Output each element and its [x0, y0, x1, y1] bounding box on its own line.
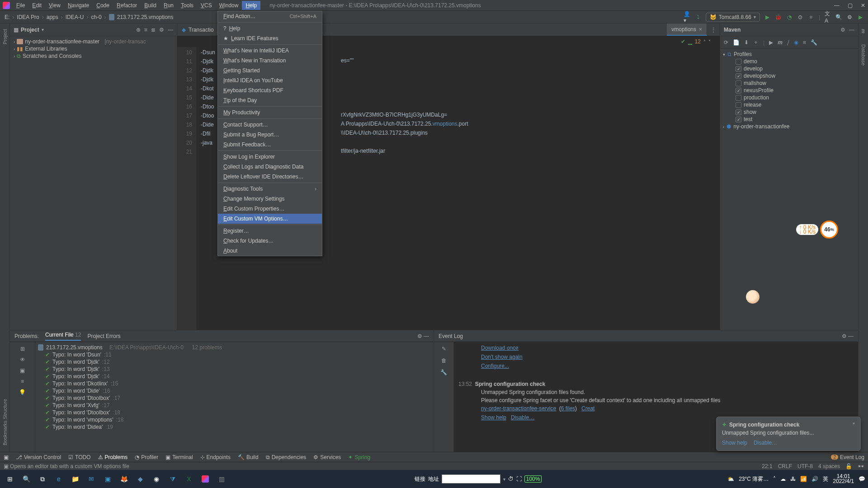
profile-release[interactable]: release: [723, 101, 855, 108]
app2-icon[interactable]: ◆: [133, 472, 147, 486]
collapse-icon[interactable]: ≡: [803, 39, 806, 46]
indent[interactable]: 4 spaces: [818, 463, 840, 469]
vscode-icon[interactable]: ⧩: [165, 472, 180, 486]
gear-icon[interactable]: ⚙ —: [417, 333, 429, 339]
tw-endpoints[interactable]: ⊹ Endpoints: [200, 454, 231, 460]
help-item[interactable]: About: [218, 246, 322, 256]
menu-tools[interactable]: Tools: [177, 1, 197, 10]
wrench-icon[interactable]: 🔧: [440, 369, 447, 375]
problem-item[interactable]: ✔Typo: In word 'Dtoolbox' :17: [38, 394, 431, 402]
search-icon[interactable]: 🔍: [835, 14, 842, 20]
close-icon[interactable]: ✕: [861, 2, 865, 9]
run-button[interactable]: ▶: [764, 14, 771, 20]
tw-profiler[interactable]: ◔ Profiler: [135, 454, 158, 460]
app-icon[interactable]: ▣: [100, 472, 115, 486]
profile-nexusProfile[interactable]: nexusProfile: [723, 87, 855, 94]
checkbox[interactable]: [736, 73, 741, 79]
database-tool-button[interactable]: Database: [861, 42, 866, 68]
problem-item[interactable]: ✔Typo: In word 'Dsun' :11: [38, 351, 431, 358]
problem-item[interactable]: ✔Typo: In word 'Dtoolbox' :18: [38, 409, 431, 416]
problem-item[interactable]: ✔Typo: In word 'Djdk' :12: [38, 358, 431, 366]
intent-icon[interactable]: 💡: [19, 389, 26, 395]
tw-version-control[interactable]: ⎇ Version Control: [16, 454, 61, 460]
mail-icon[interactable]: ✉: [84, 472, 99, 486]
profile-show[interactable]: show: [723, 108, 855, 116]
help-item[interactable]: Show Log in Explorer: [218, 152, 322, 162]
project-tree[interactable]: ›ny-order-transactionfee-master [ny-orde…: [10, 36, 177, 61]
tw-todo[interactable]: ☑ TODO: [68, 454, 90, 460]
link-dont-show[interactable]: Don't show again: [481, 354, 523, 360]
link-create[interactable]: Creat: [581, 405, 594, 412]
checkbox[interactable]: [736, 117, 741, 122]
checkbox[interactable]: [736, 102, 741, 108]
help-item[interactable]: Tip of the Day: [218, 95, 322, 105]
checkbox[interactable]: [736, 109, 741, 115]
eye-icon[interactable]: 👁: [20, 357, 25, 363]
line-sep[interactable]: CRLF: [778, 463, 792, 469]
project-tool-button[interactable]: Project: [2, 26, 8, 47]
profile-button[interactable]: ⊙: [797, 14, 803, 20]
problem-item[interactable]: ✔Typo: In word 'Dide' :16: [38, 387, 431, 394]
tw-services[interactable]: ⚙ Services: [313, 454, 341, 460]
help-item[interactable]: Register…: [218, 226, 322, 236]
problem-item[interactable]: ✔Typo: In word 'Dkotlinx' :15: [38, 380, 431, 387]
generate-icon[interactable]: 📄: [733, 39, 740, 46]
tray-ime-icon[interactable]: 英: [823, 475, 828, 483]
help-item[interactable]: What's New in IntelliJ IDEA: [218, 46, 322, 56]
zoom-badge[interactable]: 100%: [524, 475, 542, 483]
problem-item[interactable]: ✔Typo: In word 'vmoptions' :18: [38, 416, 431, 423]
translate-icon[interactable]: 文A: [825, 14, 831, 20]
tab-vmoptions[interactable]: vmoptions×: [667, 23, 707, 36]
help-item[interactable]: Edit Custom Properties…: [218, 204, 322, 214]
help-item[interactable]: IntelliJ IDEA on YouTube: [218, 75, 322, 85]
tray-vol-icon[interactable]: 🔊: [811, 476, 818, 482]
tw-dependencies[interactable]: ⧉ Dependencies: [266, 454, 307, 460]
chevron-down-icon[interactable]: ˅: [708, 39, 711, 44]
tw-terminal[interactable]: ▣ Terminal: [165, 454, 193, 460]
help-item[interactable]: My Productivity: [218, 108, 322, 117]
tw-icon[interactable]: ▣: [4, 454, 9, 460]
profile-production[interactable]: production: [723, 94, 855, 101]
help-item[interactable]: Find Action…Ctrl+Shift+A: [218, 11, 322, 21]
menu-edit[interactable]: Edit: [28, 1, 45, 10]
tw-build[interactable]: 🔨 Build: [238, 454, 259, 460]
help-item[interactable]: Diagnostic Tools: [218, 184, 322, 194]
help-item[interactable]: Delete Leftover IDE Directories…: [218, 172, 322, 182]
profile-develop[interactable]: develop: [723, 65, 855, 72]
problems-list[interactable]: 213.7172.25.vmoptions E:\IDEA Pro\apps\I…: [35, 342, 434, 452]
fit-icon[interactable]: ⛶: [516, 476, 522, 482]
menu-vcs[interactable]: VCS: [197, 1, 216, 10]
add-icon[interactable]: ＋: [753, 38, 759, 46]
play-icon[interactable]: ▶: [769, 39, 773, 46]
checkbox[interactable]: [736, 88, 741, 94]
profile-demo[interactable]: demo: [723, 58, 855, 65]
notif-show-help[interactable]: Show help: [722, 440, 747, 446]
tray-wifi-icon[interactable]: 📶: [800, 476, 807, 482]
m-icon[interactable]: m: [778, 39, 783, 46]
link-show-help[interactable]: Show help: [481, 414, 506, 421]
expand-icon[interactable]: ⊞: [20, 346, 25, 352]
run-config-selector[interactable]: 🐱 Tomcat8.8.66 ▾: [706, 13, 760, 22]
tab-current-file[interactable]: Current File 12: [45, 332, 81, 341]
gear-icon[interactable]: ⚙: [159, 27, 164, 33]
hide-icon[interactable]: —: [168, 27, 173, 33]
address-input[interactable]: [442, 474, 500, 483]
link-service[interactable]: ny-order-transactionfee-service: [481, 405, 556, 412]
expand-icon[interactable]: ≣: [151, 27, 156, 33]
edge-icon[interactable]: e: [52, 472, 66, 486]
chevron-down-icon[interactable]: ▾: [42, 27, 44, 32]
offline-icon[interactable]: ◉: [794, 39, 798, 46]
reader-icon[interactable]: 👓: [858, 463, 864, 469]
tw-event-log[interactable]: 2 Event Log: [831, 454, 864, 460]
chrome-icon[interactable]: ◉: [149, 472, 164, 486]
excel-icon[interactable]: X: [182, 472, 196, 486]
link-disable[interactable]: Disable…: [511, 414, 534, 421]
tw-spring[interactable]: ✦ Spring: [348, 454, 370, 460]
firefox-icon[interactable]: 🦊: [117, 472, 131, 486]
collapse-icon[interactable]: ≡: [144, 27, 147, 33]
link-files[interactable]: 6 files: [561, 405, 575, 412]
tray-up-icon[interactable]: ˄: [773, 476, 776, 482]
user-icon[interactable]: 👤▾: [684, 14, 690, 20]
app3-icon[interactable]: ▥: [214, 472, 229, 486]
menu-navigate[interactable]: Navigate: [64, 1, 93, 10]
